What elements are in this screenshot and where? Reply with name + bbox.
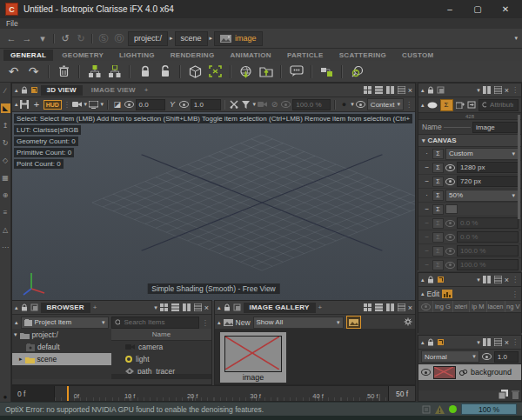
- splitter-grip[interactable]: 428: [418, 113, 521, 120]
- context-dropdown[interactable]: Context ▾: [367, 98, 404, 110]
- goto-back-icon[interactable]: ↻: [74, 33, 88, 44]
- search-focus-icon[interactable]: [349, 63, 365, 80]
- snap-tool-icon[interactable]: ▦: [1, 173, 10, 183]
- layout-grid-icon[interactable]: [160, 303, 168, 311]
- shading-eye-icon[interactable]: [356, 101, 365, 108]
- scale-dropdown[interactable]: 50% ▾: [445, 190, 519, 202]
- layer-row-background[interactable]: background: [418, 364, 521, 380]
- pin-icon[interactable]: [30, 86, 38, 94]
- edit-label[interactable]: Edit: [427, 290, 440, 298]
- scrollbar[interactable]: [111, 374, 211, 379]
- breadcrumb-project[interactable]: project:/: [128, 31, 168, 46]
- lock-icon[interactable]: [427, 276, 434, 283]
- column-shading-vars[interactable]: ng V: [505, 301, 521, 312]
- attribute-search[interactable]: [478, 99, 519, 111]
- width-value[interactable]: 1280 px: [457, 162, 519, 173]
- panel-dropdown-icon[interactable]: ▾: [154, 304, 157, 311]
- eye-icon[interactable]: [445, 220, 455, 227]
- node-editor-icon[interactable]: [318, 63, 335, 80]
- lock-icon[interactable]: [427, 338, 434, 346]
- curve-icon[interactable]: ~: [423, 261, 431, 269]
- tab-rendering[interactable]: RENDERING: [164, 50, 222, 61]
- warning-icon[interactable]: [435, 405, 445, 414]
- display-dropdown-icon[interactable]: ▾: [101, 101, 104, 108]
- rotate-tool-icon[interactable]: ↻: [1, 138, 10, 148]
- overflow-dots-icon[interactable]: ⋮: [405, 101, 412, 109]
- column-shading-group[interactable]: ing G: [433, 301, 453, 312]
- new-image-button[interactable]: New: [224, 318, 251, 327]
- scrollbar[interactable]: [518, 115, 520, 219]
- shading-sphere-icon[interactable]: ●: [339, 99, 350, 110]
- shading-table-body[interactable]: [418, 313, 521, 336]
- camera-dropdown-icon[interactable]: ▾: [84, 101, 87, 108]
- panel-close-icon[interactable]: ×: [408, 86, 412, 95]
- layout-columns-icon[interactable]: [483, 338, 491, 346]
- curve-icon[interactable]: ~: [423, 247, 431, 255]
- layout-rows-icon[interactable]: [375, 303, 383, 311]
- panel-collapse-icon[interactable]: ▴: [421, 87, 425, 94]
- layout-columns-icon[interactable]: [386, 86, 394, 94]
- toolbar-collapse-icon[interactable]: ▴: [218, 319, 221, 326]
- filter-icon[interactable]: [241, 99, 251, 110]
- shelf-icon[interactable]: [427, 102, 438, 109]
- breadcrumb-scene[interactable]: scene: [175, 31, 208, 46]
- breadcrumb-current[interactable]: image: [214, 31, 263, 46]
- add-tab-button[interactable]: +: [93, 303, 97, 311]
- tab-geometry[interactable]: GEOMETRY: [55, 50, 110, 61]
- exposure-icon[interactable]: ◪: [112, 99, 123, 110]
- sigma-icon[interactable]: Σ: [432, 246, 444, 257]
- eye-icon[interactable]: [445, 234, 455, 241]
- viewport-canvas[interactable]: Select: Select item (LMB) Add item to se…: [12, 112, 415, 301]
- layout-columns-icon[interactable]: [183, 303, 191, 311]
- expand-icon[interactable]: ▸: [19, 356, 23, 363]
- overflow-dots-icon[interactable]: ⋮: [512, 86, 519, 94]
- eye-icon[interactable]: [445, 248, 455, 255]
- add-attribute-icon[interactable]: [456, 101, 465, 109]
- layout-stack-icon[interactable]: [494, 276, 502, 283]
- tree-item-project[interactable]: ▾ project:/: [12, 329, 111, 341]
- thumbnail-view-toggle[interactable]: [346, 316, 361, 329]
- overflow-dots-icon[interactable]: ⋮: [64, 101, 70, 109]
- tab-particle[interactable]: PARTICLE: [280, 50, 331, 61]
- maximize-button[interactable]: ▢: [466, 4, 489, 14]
- layout-stack-icon[interactable]: [494, 86, 502, 94]
- layout-columns-icon[interactable]: [386, 303, 394, 311]
- panel-collapse-icon[interactable]: ▴: [421, 277, 425, 283]
- tab-image-view[interactable]: IMAGE VIEW: [85, 85, 142, 96]
- list-item-camera[interactable]: camera: [111, 341, 211, 353]
- layout-stack-icon[interactable]: [494, 338, 502, 346]
- browser-search-input[interactable]: [122, 317, 195, 327]
- import-reference-icon[interactable]: [238, 63, 254, 80]
- layer-visibility-icon[interactable]: [421, 369, 431, 376]
- gallery-settings-icon[interactable]: [404, 317, 412, 328]
- tree-item-scene[interactable]: ▸ scene: [12, 353, 111, 365]
- nav-options-dropdown-icon[interactable]: ▾: [514, 35, 518, 42]
- lock-icon[interactable]: [137, 63, 153, 80]
- zoom-value[interactable]: 100.0 %: [292, 99, 331, 110]
- scale-tool-icon[interactable]: ◇: [1, 156, 10, 165]
- translate-tool-icon[interactable]: ↥: [1, 121, 10, 130]
- timeline-end-frame[interactable]: 50 f: [388, 386, 415, 401]
- panel-close-icon[interactable]: ×: [408, 303, 412, 312]
- redo-icon[interactable]: ↷: [25, 63, 42, 80]
- layout-grid-icon[interactable]: [364, 86, 371, 94]
- canvas-section-header[interactable]: ▾ CANVAS: [418, 134, 521, 147]
- curve-icon[interactable]: ~: [423, 205, 431, 213]
- lock-icon[interactable]: [427, 86, 434, 94]
- layout-stack-icon[interactable]: [398, 303, 405, 311]
- playhead[interactable]: [67, 386, 69, 401]
- comment-icon[interactable]: [288, 63, 304, 80]
- display-mode-icon[interactable]: [89, 99, 99, 110]
- overflow-dots-icon[interactable]: ⋮: [512, 290, 519, 298]
- strip-handle-icon[interactable]: ●: [1, 392, 10, 402]
- pin-icon[interactable]: [233, 303, 241, 311]
- panel-close-icon[interactable]: ×: [505, 338, 509, 347]
- column-header-name[interactable]: Name: [111, 329, 211, 341]
- checkbox[interactable]: [445, 204, 458, 214]
- tab-lighting[interactable]: LIGHTING: [112, 50, 162, 61]
- resolution-preset-dropdown[interactable]: Custom ▾: [445, 148, 519, 160]
- panel-close-icon[interactable]: ×: [204, 303, 209, 312]
- sigma-mode-button[interactable]: Σ: [440, 99, 453, 111]
- sigma-icon[interactable]: Σ: [432, 190, 444, 201]
- layout-columns-icon[interactable]: [483, 86, 491, 94]
